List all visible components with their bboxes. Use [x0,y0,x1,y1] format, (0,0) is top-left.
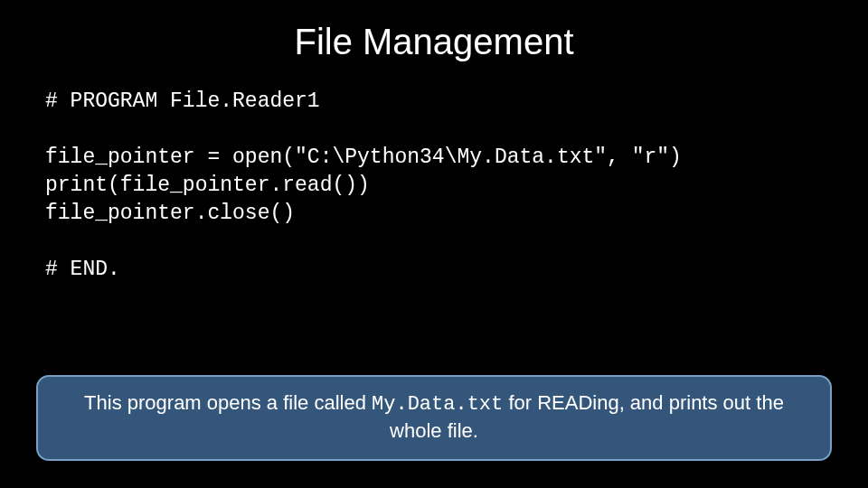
callout-box: This program opens a file called My.Data… [36,375,832,461]
code-block: # PROGRAM File.Reader1 file_pointer = op… [45,88,825,284]
code-line-2: file_pointer = open("C:\Python34\My.Data… [45,145,682,169]
code-line-1: # PROGRAM File.Reader1 [45,89,320,113]
slide: File Management # PROGRAM File.Reader1 f… [0,0,868,488]
callout-filename: My.Data.txt [372,393,503,416]
code-line-3: print(file_pointer.read()) [45,174,370,197]
code-line-4: file_pointer.close() [45,202,295,225]
callout-text-pre: This program opens a file called [84,391,372,414]
slide-title: File Management [43,22,825,62]
code-line-5: # END. [45,258,120,281]
